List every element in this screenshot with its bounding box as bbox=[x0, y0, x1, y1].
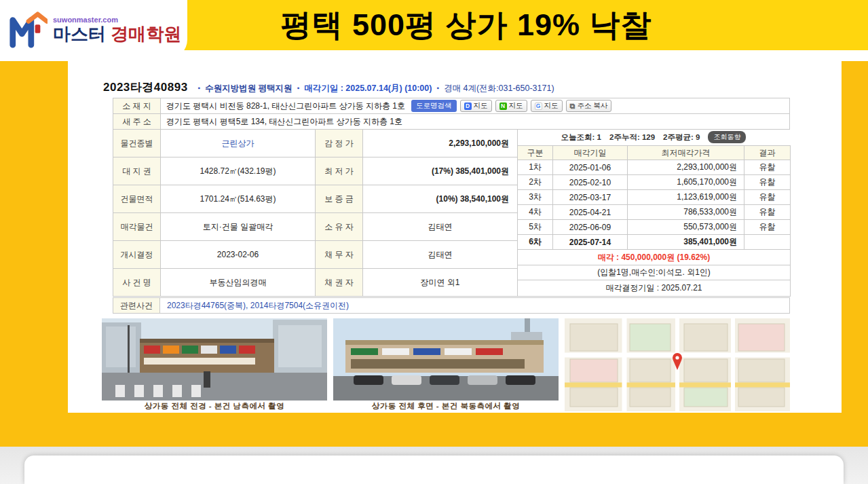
road-address-row: 새 주 소 경기도 평택시 평택5로 134, 태산신그린아파트 상가동 지하층… bbox=[113, 114, 790, 130]
date-header: 매각기일 bbox=[553, 146, 628, 160]
google-map-icon: G bbox=[535, 103, 542, 110]
naver-map-button[interactable]: N 지도 bbox=[495, 100, 527, 112]
property-type-link[interactable]: 근린상가 bbox=[161, 130, 316, 157]
detail-label: 채 무 자 bbox=[316, 241, 363, 269]
jibun-address-row: 소 재 지 경기도 평택시 비전동 828-1, 태산신그린아파트 상가동 지하… bbox=[113, 98, 790, 114]
result-header: 결과 bbox=[744, 146, 791, 160]
related-cases-links[interactable]: 2023타경44765(중복), 2014타경7504(소유권이전) bbox=[167, 300, 349, 312]
price-cell: 1,605,170,000원 bbox=[628, 175, 744, 190]
map-thumbnail[interactable] bbox=[565, 318, 790, 411]
detail-row: 매각물건 토지·건물 일괄매각 소 유 자 김태연 bbox=[113, 213, 518, 241]
naver-map-label: 지도 bbox=[509, 101, 523, 111]
photo-building-front[interactable] bbox=[102, 318, 327, 401]
date-cell: 2025-06-09 bbox=[553, 220, 628, 235]
brand-logo[interactable]: suwonmaster.com 마스터 경매학원 bbox=[0, 0, 187, 60]
next-slide-card bbox=[24, 455, 844, 484]
sold-row: 매각 : 450,000,000원 (19.62%) bbox=[518, 250, 791, 265]
result-cell: 유찰 bbox=[744, 205, 791, 220]
brand-name: 마스터 경매학원 bbox=[53, 25, 181, 43]
creditor-value: 장미연 외1 bbox=[363, 269, 518, 297]
court-department: 경매 4계(전화:031-650-3171) bbox=[444, 83, 554, 94]
price-cell: 2,293,100,000원 bbox=[628, 160, 744, 175]
detail-label: 채 권 자 bbox=[316, 269, 363, 297]
detail-label: 감 정 가 bbox=[316, 130, 363, 157]
headline-title: 평택 500평 상가 19% 낙찰 bbox=[280, 5, 652, 45]
bidders-info: (입찰1명,매수인:이석모. 외1인) bbox=[518, 265, 791, 280]
daum-map-label: 지도 bbox=[474, 101, 488, 111]
price-header: 최저매각가격 bbox=[628, 146, 744, 160]
case-number: 2023타경40893 bbox=[103, 79, 188, 95]
stat-2week-avg: 2주평균: 9 bbox=[663, 132, 700, 143]
result-cell: 유찰 bbox=[744, 220, 791, 235]
detail-label: 매각물건 bbox=[113, 213, 161, 241]
copy-address-label: 주소 복사 bbox=[577, 101, 607, 111]
map-figure[interactable] bbox=[565, 318, 790, 411]
photo-figure-front[interactable]: 상가동 전체 전경 - 본건 남측에서 촬영 bbox=[102, 318, 327, 411]
detail-row: 대 지 권 1428.72㎡(432.19평) 최 저 가 (17%) 385,… bbox=[113, 157, 518, 185]
history-row: 5차 2025-06-09 550,573,000원 유찰 bbox=[518, 220, 791, 235]
property-detail-table: 물건종별 근린상가 감 정 가 2,293,100,000원 대 지 권 142… bbox=[113, 129, 518, 297]
case-header: 2023타경40893 ▪ 수원지방법원 평택지원 ▪ 매각기일 : 2025.… bbox=[103, 79, 554, 95]
detail-label: 대 지 권 bbox=[113, 157, 161, 185]
round-cell: 2차 bbox=[518, 175, 553, 190]
copy-address-button[interactable]: ⧉ 주소 복사 bbox=[566, 100, 612, 112]
photo-building-rear[interactable] bbox=[333, 318, 559, 401]
photo-figure-rear[interactable]: 상가동 전체 후면 - 본건 북동측에서 촬영 bbox=[333, 318, 559, 411]
related-cases-row: 관련사건 2023타경44765(중복), 2014타경7504(소유권이전) bbox=[113, 297, 790, 314]
bullet-icon: ▪ bbox=[436, 84, 439, 92]
date-cell: 2025-02-10 bbox=[553, 175, 628, 190]
result-cell: 유찰 bbox=[744, 190, 791, 205]
stat-2week-total: 2주누적: 129 bbox=[609, 132, 655, 143]
bullet-icon: ▪ bbox=[297, 84, 300, 92]
owner-value: 김태연 bbox=[363, 213, 518, 241]
related-cases-cell: 2023타경44765(중복), 2014타경7504(소유권이전) bbox=[160, 297, 790, 314]
history-header-row: 구분 매각기일 최저매각가격 결과 bbox=[518, 146, 791, 160]
history-row: 1차 2025-01-06 2,293,100,000원 유찰 bbox=[518, 160, 791, 175]
daum-map-icon: D bbox=[464, 103, 472, 110]
jibun-address-label: 소 재 지 bbox=[113, 98, 161, 114]
debtor-value: 김태연 bbox=[363, 241, 518, 269]
stat-today: 오늘조회: 1 bbox=[561, 132, 601, 143]
top-bar: 평택 500평 상가 19% 낙찰 suwonmaster.com 마스터 경매… bbox=[0, 0, 868, 61]
main-area: 물건종별 근린상가 감 정 가 2,293,100,000원 대 지 권 142… bbox=[113, 129, 790, 297]
detail-label: 최 저 가 bbox=[316, 157, 363, 185]
google-map-button[interactable]: G 지도 bbox=[531, 100, 563, 112]
sale-date: 매각기일 : 2025.07.14(月) (10:00) bbox=[304, 83, 432, 94]
daum-map-button[interactable]: D 지도 bbox=[460, 100, 492, 112]
auction-history-table: 구분 매각기일 최저매각가격 결과 1차 2025-01-06 2,293,10… bbox=[517, 145, 791, 297]
history-row-final: 6차 2025-07-14 385,401,000원 bbox=[518, 235, 791, 250]
round-cell: 1차 bbox=[518, 160, 553, 175]
date-cell: 2025-01-06 bbox=[553, 160, 628, 175]
building-area-value: 1701.24㎡(514.63평) bbox=[161, 185, 316, 213]
date-cell: 2025-04-21 bbox=[553, 205, 628, 220]
brand-site-url: suwonmaster.com bbox=[53, 16, 181, 24]
copy-icon: ⧉ bbox=[570, 103, 575, 110]
land-area-value: 1428.72㎡(432.19평) bbox=[161, 157, 316, 185]
detail-label: 보 증 금 bbox=[316, 185, 363, 213]
history-row: 3차 2025-03-17 1,123,619,000원 유찰 bbox=[518, 190, 791, 205]
case-name-value: 부동산임의경매 bbox=[161, 269, 316, 297]
view-trend-button[interactable]: 조회동향 bbox=[708, 131, 746, 143]
minimum-price-value: (17%) 385,401,000원 bbox=[363, 157, 518, 185]
result-cell bbox=[744, 235, 791, 250]
related-cases-label: 관련사건 bbox=[113, 297, 160, 314]
date-cell: 2025-07-14 bbox=[553, 235, 628, 250]
detail-row: 사 건 명 부동산임의경매 채 권 자 장미연 외1 bbox=[113, 269, 518, 297]
address-table: 소 재 지 경기도 평택시 비전동 828-1, 태산신그린아파트 상가동 지하… bbox=[113, 98, 790, 130]
detail-label: 소 유 자 bbox=[316, 213, 363, 241]
brand-logo-icon bbox=[8, 10, 48, 50]
price-cell: 550,573,000원 bbox=[628, 220, 744, 235]
round-cell: 4차 bbox=[518, 205, 553, 220]
appraisal-value: 2,293,100,000원 bbox=[363, 130, 518, 157]
history-row: 4차 2025-04-21 786,533,000원 유찰 bbox=[518, 205, 791, 220]
price-cell: 385,401,000원 bbox=[628, 235, 744, 250]
detail-row: 물건종별 근린상가 감 정 가 2,293,100,000원 bbox=[113, 130, 518, 157]
round-cell: 5차 bbox=[518, 220, 553, 235]
bidders-row: (입찰1명,매수인:이석모. 외1인) bbox=[518, 265, 791, 280]
view-stats: 오늘조회: 1 2주누적: 129 2주평균: 9 조회동향 bbox=[517, 129, 790, 145]
round-header: 구분 bbox=[518, 146, 553, 160]
road-search-button[interactable]: 도로명검색 bbox=[411, 100, 457, 112]
brand-logo-text: suwonmaster.com 마스터 경매학원 bbox=[53, 16, 181, 44]
court-link[interactable]: 수원지방법원 평택지원 bbox=[205, 83, 292, 94]
brand-name-primary: 마스터 bbox=[53, 24, 106, 44]
